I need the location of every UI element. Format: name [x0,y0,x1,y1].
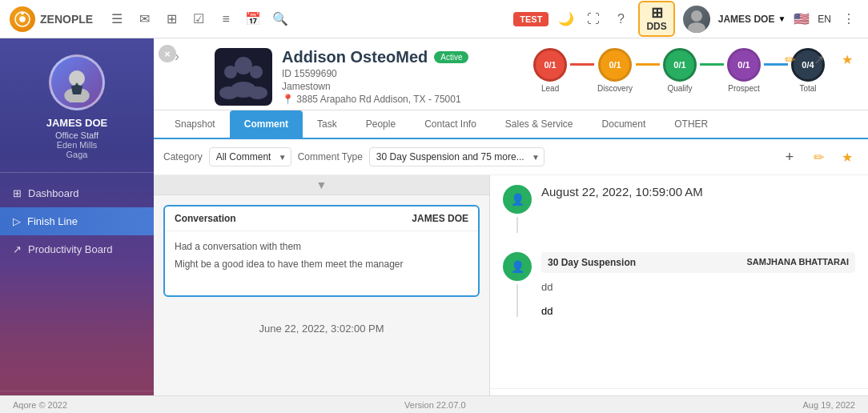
sidebar-company: Eden Mills [57,140,98,150]
dds-button[interactable]: ⊞ DDS [638,1,674,37]
productivity-icon: ↗ [13,243,22,255]
svg-point-13 [248,86,267,99]
filter-bar: Category All Comment ▼ Comment Type 30 D… [154,139,868,175]
tab-comment[interactable]: Comment [230,110,303,139]
top-nav: ZENOPLE ☰ ✉ ⊞ ☑ ≡ 📅 🔍 TEST 🌙 ⛶ ? ⊞ DDS J… [0,0,868,38]
right-panel: 👤 August 22, 2022, 10:59:00 AM 👤 [490,175,868,413]
discovery-label: Discovery [597,84,633,93]
sidebar-user-role: Office Staff [55,130,98,140]
tab-snapshot[interactable]: Snapshot [160,110,230,139]
timeline-entry-2: 👤 30 Day Suspension SAMJHANA BHATTARAI d… [490,243,868,327]
comment-text-3: dd [541,305,855,317]
comment-type-select[interactable]: 30 Day Suspension and 75 more... [369,147,545,166]
tab-sales[interactable]: Sales & Service [491,110,588,139]
sidebar-item-label-finishline: Finish Line [27,215,78,227]
svg-point-4 [688,22,705,33]
svg-point-8 [235,57,252,74]
comment-text-line2: dd [541,305,855,317]
content-area: × ‹ › [154,38,868,413]
connector-2 [636,63,660,66]
svg-point-1 [19,16,26,22]
sidebar-item-label-productivity: Productivity Board [28,243,113,255]
check-icon[interactable]: ☑ [189,10,208,29]
qualify-circle[interactable]: 0/1 [663,48,697,82]
app-logo[interactable]: ZENOPLE [10,6,93,32]
svg-point-3 [691,10,702,22]
svg-point-2 [21,11,24,14]
sidebar-user-name: JAMES DOE [46,117,108,129]
sidebar-sub: Gaga [66,150,88,159]
conversation-header: Conversation JAMES DOE [165,206,478,231]
comment-content-2: 30 Day Suspension SAMJHANA BHATTARAI dd … [541,252,855,317]
filter-star-icon[interactable]: ★ [836,146,858,168]
footer-right: Aug 19, 2022 [803,400,855,410]
status-bar: Aqore © 2022 Version 22.07.0 Aug 19, 202… [0,395,868,413]
prospect-circle[interactable]: 0/1 [727,48,761,82]
apps-menu-icon[interactable]: ⋮ [839,10,858,29]
tab-task[interactable]: Task [303,110,352,139]
star-icon[interactable]: ★ [836,48,858,70]
tab-contact-info[interactable]: Contact Info [410,110,491,139]
dashboard-icon: ⊞ [13,187,22,199]
edit-icon[interactable]: ✏ [778,48,801,70]
fullscreen-icon[interactable]: ⛶ [584,10,603,29]
stage-qualify: 0/1 Qualify [663,48,697,93]
user-menu[interactable]: JAMES DOE ▼ [718,14,786,25]
help-icon[interactable]: ? [611,10,630,29]
comment-type-select-wrapper: 30 Day Suspension and 75 more... ▼ [369,147,545,166]
comment-type-label-2: 30 Day Suspension [548,257,636,268]
stage-discovery: 0/1 Discovery [597,48,633,93]
moon-icon[interactable]: 🌙 [557,10,576,29]
grid-icon[interactable]: ⊞ [162,10,181,29]
comment-content-1: August 22, 2022, 10:59:00 AM [541,185,855,233]
sidebar-item-productivity[interactable]: ↗ Productivity Board [0,235,154,263]
active-badge: Active [434,51,468,63]
comment-text-line1: dd [541,279,855,295]
lead-circle[interactable]: 0/1 [533,48,567,82]
filter-edit-icon[interactable]: ✏ [807,146,830,168]
tab-document[interactable]: Document [588,110,661,139]
sidebar-profile: JAMES DOE Office Staff Eden Mills Gaga [0,38,154,173]
user-name-nav: JAMES DOE [718,14,775,25]
total-label: Total [799,84,816,93]
connector-1 [570,63,594,66]
menu-icon[interactable]: ☰ [107,10,127,29]
finishline-icon: ▷ [13,215,21,227]
sidebar-item-finishline[interactable]: ▷ Finish Line [0,207,154,235]
footer-center: Version 22.07.0 [404,400,465,410]
comment-text-2: dd [541,279,855,295]
main-split: ▼ Conversation JAMES DOE Had a conversat… [154,175,868,413]
comment-author-2: SAMJHANA BHATTARAI [746,257,849,268]
search-icon[interactable]: 🔍 [271,10,290,29]
sidebar-item-dashboard[interactable]: ⊞ Dashboard [0,179,154,207]
comment-type-header: 30 Day Suspension SAMJHANA BHATTARAI [541,252,855,273]
svg-point-9 [224,66,237,78]
add-button[interactable]: + [778,146,801,168]
email-icon[interactable]: ✉ [135,10,154,29]
conversation-body[interactable]: Had a conversation with them Might be a … [165,231,478,295]
close-button[interactable]: × [159,45,176,62]
date-divider: June 22, 2022, 3:02:00 PM [154,307,489,344]
left-panel: ▼ Conversation JAMES DOE Had a conversat… [154,175,490,413]
footer-left: Aqore © 2022 [13,400,67,410]
discovery-circle[interactable]: 0/1 [598,48,632,82]
list-icon[interactable]: ≡ [216,10,235,29]
flag-icon: 🇺🇸 [794,11,810,26]
stage-prospect: 0/1 Prospect [727,48,761,93]
comment-type-label: Comment Type [298,151,363,162]
right-panel-content: 👤 August 22, 2022, 10:59:00 AM 👤 [490,175,868,327]
prospect-label: Prospect [728,84,759,93]
tab-people[interactable]: People [352,110,410,139]
tab-other[interactable]: OTHER [660,110,722,139]
avatar [49,54,105,110]
qualify-label: Qualify [667,84,692,93]
share-icon[interactable]: ↗ [807,48,830,70]
tabs-bar: Snapshot Comment Task People Contact Inf… [154,110,868,139]
collapse-btn[interactable]: ▼ [316,178,328,191]
language-label: EN [818,14,831,25]
calendar-icon[interactable]: 📅 [243,10,263,29]
conversation-line1: Had a conversation with them [175,241,468,252]
svg-point-12 [219,86,239,99]
user-avatar[interactable] [683,6,710,33]
category-select[interactable]: All Comment [209,147,291,166]
